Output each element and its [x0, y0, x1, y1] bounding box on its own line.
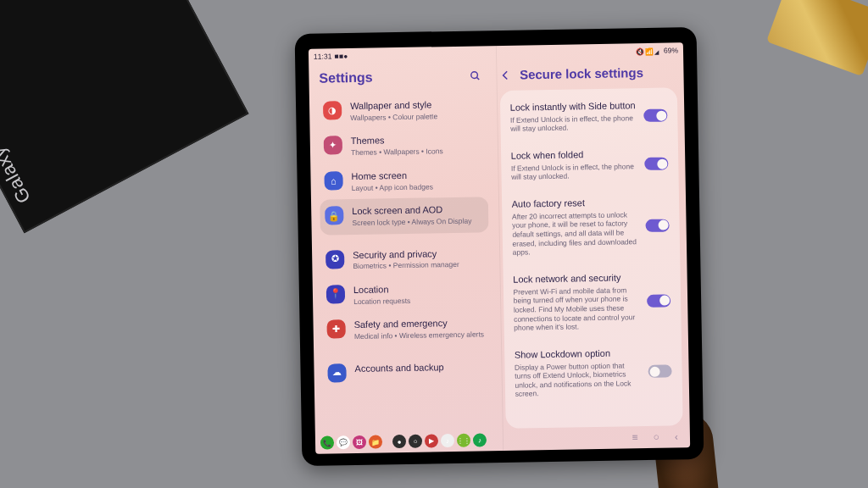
wifi-icon	[645, 47, 652, 54]
clock: 11:31	[314, 52, 331, 60]
settings-detail-pane: Secure lock settings Lock instantly with…	[492, 58, 690, 429]
settings-row[interactable]: ◑Wallpaper and styleWallpapers • Colour …	[318, 92, 487, 130]
wood-block-prop	[766, 0, 868, 76]
taskbar-app[interactable]: ⋮⋮	[457, 434, 470, 447]
toggle-switch[interactable]	[643, 109, 667, 122]
settings-row[interactable]: ✚Safety and emergencyMedical info • Wire…	[321, 310, 490, 348]
row-subtitle: Medical info • Wireless emergency alerts	[354, 330, 484, 341]
option-desc: Display a Power button option that turns…	[515, 361, 642, 399]
row-subtitle: Location requests	[353, 296, 410, 306]
row-icon: ⌂	[324, 171, 342, 190]
option-desc: Prevent Wi-Fi and mobile data from being…	[513, 286, 640, 333]
settings-row[interactable]: 📍LocationLocation requests	[321, 275, 490, 313]
settings-row[interactable]: ⌂Home screenLayout • App icon badges	[319, 162, 487, 200]
taskbar-app[interactable]: ●	[392, 435, 406, 448]
row-icon: ◑	[323, 101, 342, 119]
volume-mute-icon	[636, 47, 643, 54]
option-row[interactable]: Lock network and securityPrevent Wi-Fi a…	[504, 263, 680, 341]
battery-pct: 69%	[664, 46, 678, 54]
row-title: Home screen	[351, 169, 432, 182]
taskbar-app[interactable]: 📞	[320, 435, 334, 449]
detail-title: Secure lock settings	[520, 65, 643, 82]
row-icon: ☁	[327, 363, 346, 382]
settings-row[interactable]: ✦ThemesThemes • Wallpapers • Icons	[319, 127, 487, 165]
row-title: Themes	[351, 135, 443, 148]
option-desc: If Extend Unlock is in effect, the phone…	[511, 162, 638, 182]
row-subtitle: Screen lock type • Always On Display	[352, 216, 471, 227]
row-icon: ✪	[326, 250, 344, 269]
option-row[interactable]: Show Lockdown optionDisplay a Power butt…	[506, 338, 682, 408]
toggle-switch[interactable]	[648, 365, 671, 378]
svg-point-0	[470, 72, 477, 79]
svg-line-1	[476, 77, 479, 80]
taskbar-app[interactable]: 💬	[337, 435, 350, 449]
row-title: Security and privacy	[353, 247, 459, 261]
row-title: Wallpaper and style	[350, 99, 437, 113]
row-subtitle: Themes • Wallpapers • Icons	[351, 147, 443, 158]
row-subtitle: Layout • App icon badges	[352, 182, 433, 192]
taskbar-app[interactable]: ▶	[425, 434, 438, 447]
home-key[interactable]: ○	[654, 431, 659, 443]
row-title: Safety and emergency	[353, 318, 483, 331]
toggle-switch[interactable]	[647, 294, 670, 307]
nav-softkeys: ≡ ○ ‹	[632, 430, 686, 443]
toggle-switch[interactable]	[644, 158, 668, 170]
taskbar-app[interactable]: ♪	[473, 433, 487, 446]
option-desc: After 20 incorrect attempts to unlock yo…	[512, 210, 639, 258]
taskbar-app[interactable]: 🖼	[353, 435, 366, 449]
back-key[interactable]: ‹	[675, 430, 678, 442]
product-box-prop: Galaxy Z Fold6	[0, 0, 248, 233]
option-title: Lock instantly with Side button	[510, 100, 637, 114]
signal-icon	[654, 47, 661, 54]
search-button[interactable]	[467, 68, 482, 83]
taskbar-apps: 📞💬🖼📁●○▶♪⋮⋮♪	[320, 433, 487, 449]
option-row[interactable]: Lock instantly with Side buttonIf Extend…	[501, 91, 676, 142]
option-title: Auto factory reset	[512, 197, 639, 210]
option-title: Lock when folded	[511, 148, 638, 162]
recents-key[interactable]: ≡	[632, 431, 638, 443]
settings-list[interactable]: ◑Wallpaper and styleWallpapers • Colour …	[318, 92, 492, 431]
row-title: Accounts and backup	[354, 362, 443, 375]
settings-master-pane: Settings ◑Wallpaper and styleWallpapers …	[309, 61, 498, 432]
option-title: Lock network and security	[513, 272, 640, 286]
row-icon: ✦	[324, 136, 342, 155]
taskbar-app[interactable]: ○	[409, 435, 422, 448]
settings-title: Settings	[319, 70, 372, 86]
product-box-label: Galaxy Z Fold6	[0, 80, 36, 207]
option-desc: If Extend Unlock is in effect, the phone…	[510, 114, 637, 134]
tablet-frame: 11:31 ■ ■ ● 69% Settings ◑Wallpap	[295, 27, 704, 466]
settings-row[interactable]: ✪Security and privacyBiometrics • Permis…	[320, 241, 489, 279]
settings-row[interactable]: ☁Accounts and backup	[322, 354, 491, 389]
chevron-left-icon	[499, 69, 511, 80]
settings-row[interactable]: 🔒Lock screen and AODScreen lock type • A…	[320, 197, 488, 235]
row-icon: ✚	[326, 319, 345, 338]
taskbar-app[interactable]: ♪	[441, 434, 454, 447]
taskbar-app[interactable]: 📁	[369, 435, 382, 448]
option-title: Show Lockdown option	[515, 347, 642, 361]
option-row[interactable]: Lock when foldedIf Extend Unlock is in e…	[502, 139, 676, 191]
back-button[interactable]	[499, 68, 513, 81]
search-icon	[469, 69, 481, 81]
row-icon: 📍	[326, 285, 345, 303]
notif-dots: ■ ■ ●	[334, 52, 347, 60]
row-icon: 🔒	[325, 206, 343, 225]
row-subtitle: Biometrics • Permission manager	[353, 260, 459, 271]
row-title: Lock screen and AOD	[352, 204, 471, 218]
option-row[interactable]: Auto factory resetAfter 20 incorrect att…	[503, 187, 678, 265]
row-title: Location	[353, 284, 410, 297]
toggle-switch[interactable]	[645, 219, 669, 231]
options-card[interactable]: Lock instantly with Side buttonIf Extend…	[499, 87, 682, 429]
row-subtitle: Wallpapers • Colour palette	[350, 112, 437, 122]
tablet-screen: 11:31 ■ ■ ● 69% Settings ◑Wallpap	[309, 42, 690, 454]
